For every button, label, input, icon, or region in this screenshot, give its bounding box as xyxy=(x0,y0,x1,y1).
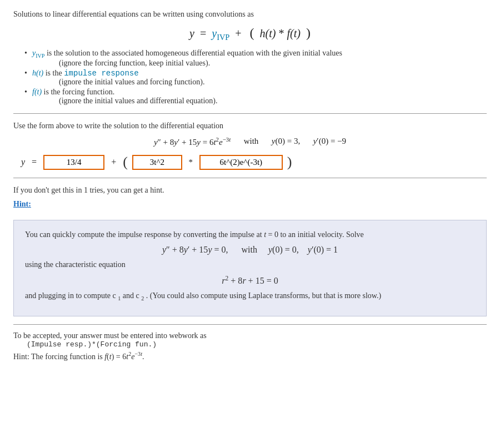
prob-plus1: + 8 xyxy=(163,138,174,147)
hint-eq-row: y″ + 8y′ + 15y = 0, with y(0) = 0, y′(0)… xyxy=(25,245,475,255)
prob-prime1: ′ xyxy=(178,138,179,147)
divider-1 xyxy=(13,113,487,114)
problem-eq-row: y″ + 8y′ + 15y = 6t2e−3t with y(0) = 3, … xyxy=(13,136,487,147)
hint-y0: y xyxy=(208,245,212,254)
bullet-ft: f(t) is the forcing function. (ignore th… xyxy=(24,88,487,105)
bottom-code-line: (Impulse resp.)*(Forcing fun.) xyxy=(13,340,487,349)
hint-rest: . (You could also compute using Laplace … xyxy=(146,291,381,300)
bottom-hint-label: Hint: xyxy=(13,353,31,361)
answer-plus: + xyxy=(109,157,118,167)
answer-eq: = xyxy=(29,157,39,167)
hint-plus1: + 8 xyxy=(172,245,184,254)
formula-paren-close: ) xyxy=(303,27,311,39)
ht-math: h(t) xyxy=(32,69,43,77)
prob-cond1: y(0) = 3, xyxy=(272,137,300,146)
ht-desc-before: is the xyxy=(46,69,64,77)
prob-dprime: ″ xyxy=(158,138,161,147)
hint-prime1: ′ xyxy=(188,245,190,254)
formula-plus: + xyxy=(232,27,247,39)
hint-y-cond: y xyxy=(268,245,272,254)
divider-2 xyxy=(13,178,487,178)
bullet-yivp: yIVP is the solution to the associated h… xyxy=(24,49,487,68)
bottom-note: To be accepted, your answer must be ente… xyxy=(13,324,487,361)
hint-cond2: ′(0) = 1 xyxy=(312,245,338,254)
answer-row: y = + ( * ) xyxy=(21,155,487,170)
prob-y0: y xyxy=(197,138,201,147)
ht-note: (ignore the initial values and forcing f… xyxy=(32,78,487,87)
answer-box3[interactable] xyxy=(199,155,283,170)
hint-c2: 2 xyxy=(141,295,144,301)
prob-e: e xyxy=(219,138,223,147)
hint-cond1: (0) = 0, xyxy=(272,245,306,254)
prob-cond2: y′(0) = −9 xyxy=(309,137,346,146)
hint-plugging-line: and plugging in to compute c 1 and c 2 .… xyxy=(25,291,475,301)
prob-eq-sign: = 6 xyxy=(203,138,214,147)
hint-box: You can quickly compute the impulse resp… xyxy=(13,220,487,316)
ht-code: impulse response xyxy=(64,69,138,78)
problem-eq-display: y″ + 8y′ + 15y = 6t2e−3t xyxy=(154,136,231,147)
hint-plus-15: + 15 = 0 xyxy=(248,276,278,285)
formula-yivp-sub: IVP xyxy=(217,33,229,42)
ft-desc: is the forcing function. xyxy=(44,88,115,96)
hint-using: using the characteristic equation xyxy=(25,260,475,269)
hint-t-eq: = 0 xyxy=(268,230,281,239)
yivp-desc: is the solution to the associated homoge… xyxy=(47,49,342,57)
hint-y1: y xyxy=(184,245,188,254)
bullet-list: yIVP is the solution to the associated h… xyxy=(24,49,487,105)
hint-yp-cond: y xyxy=(308,245,312,254)
yivp-note: (ignore the forcing function, keep initi… xyxy=(32,59,487,68)
answer-close-paren: ) xyxy=(287,155,292,169)
hint-and-c: and c xyxy=(123,291,139,300)
hint-with-spacing: with xyxy=(231,245,266,254)
page: Solutions to linear differential equatio… xyxy=(0,0,500,448)
answer-open-paren: ( xyxy=(123,155,128,169)
answer-box1[interactable] xyxy=(43,155,104,170)
bottom-hint-line: Hint: The forcing function is f(t) = 6t2… xyxy=(13,351,487,361)
tries-text: If you don't get this in 1 tries, you ca… xyxy=(13,186,487,195)
hint-eq-eq: = 0, xyxy=(214,245,228,254)
yivp-sub: IVP xyxy=(36,53,44,59)
hint-t: t xyxy=(264,230,266,239)
hint-c1: 1 xyxy=(118,295,121,301)
prob-plus2: + 15 xyxy=(182,138,197,147)
intro-text: Solutions to linear differential equatio… xyxy=(13,10,487,19)
hint-and-plugging: and plugging in to compute c xyxy=(25,291,116,300)
formula-yivp: y xyxy=(212,27,217,39)
hint-eq-y2: y xyxy=(162,245,166,254)
answer-y-label: y xyxy=(21,157,25,167)
hint-label[interactable]: Hint: xyxy=(13,200,31,209)
hint-plus-8r: + 8 xyxy=(231,276,242,285)
bottom-hint-text: The forcing function is xyxy=(31,353,103,361)
ft-note: (ignore the initial values and different… xyxy=(32,97,487,105)
bottom-forcing: f(t) = 6t2e−3t. xyxy=(104,353,144,361)
ft-math: f(t) xyxy=(32,88,42,96)
section2-label: Use the form above to write the solution… xyxy=(13,122,487,130)
hint-plus2: + 15 xyxy=(192,245,208,254)
prob-with: with xyxy=(239,137,263,146)
formula-star: * xyxy=(279,27,287,39)
main-formula: y = yIVP + ( h(t) * f(t) ) xyxy=(13,26,487,42)
formula-ht: h(t) xyxy=(260,27,276,39)
hint-intro-line: You can quickly compute the impulse resp… xyxy=(25,230,475,239)
formula-ft: f(t) xyxy=(287,27,301,39)
formula-y: y xyxy=(189,27,194,39)
hint-intro: You can quickly compute the impulse resp… xyxy=(25,230,262,239)
prob-e-exp: −3t xyxy=(223,136,231,143)
bottom-text1: To be accepted, your answer must be ente… xyxy=(13,331,487,340)
hint-char-eq: r2 + 8r + 15 = 0 xyxy=(25,275,475,286)
bullet-ht: h(t) is the impulse response (ignore the… xyxy=(24,69,487,87)
formula-eq: = xyxy=(197,27,212,39)
hint-intro2: to an initial velocity. Solve xyxy=(280,230,363,239)
answer-star: * xyxy=(187,158,195,167)
prob-y1: y xyxy=(174,138,178,147)
hint-r-var: r xyxy=(242,276,246,285)
hint-r2: 2 xyxy=(226,275,229,281)
answer-box2[interactable] xyxy=(132,155,182,170)
hint-dprime: ″ xyxy=(166,245,170,254)
formula-paren-open: ( xyxy=(247,27,257,39)
prob-y2: y xyxy=(154,138,158,147)
